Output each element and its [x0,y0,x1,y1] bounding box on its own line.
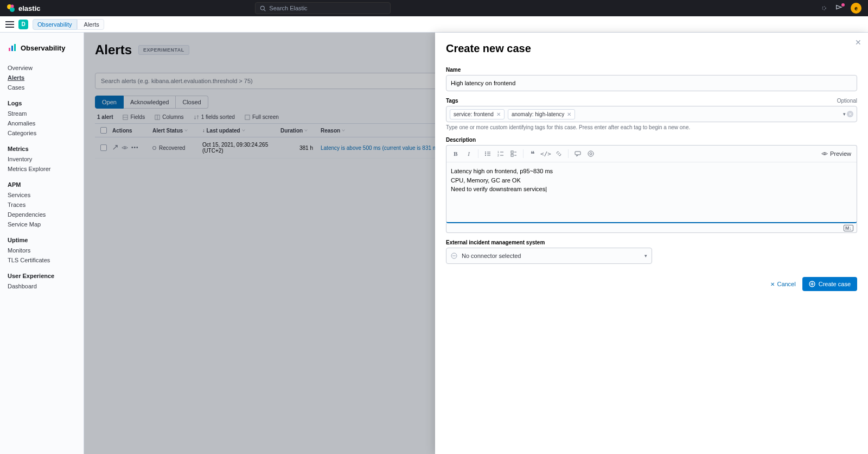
breadcrumb-observability[interactable]: Observability [33,19,77,30]
mention-button[interactable] [585,148,597,160]
description-editor: B I 12 ❝ </> Preview Latency high o [446,145,857,223]
italic-button[interactable]: I [463,148,475,160]
sidebar-item-alerts[interactable]: Alerts [0,73,84,83]
brand-logo[interactable]: elastic [7,4,40,12]
svg-point-15 [485,152,486,153]
ordered-list-button[interactable]: 12 [495,148,507,160]
svg-point-5 [822,7,826,10]
bullet-list-icon [484,150,491,157]
sidebar-item-inventory[interactable]: Inventory [0,154,84,164]
sidebar-group-uptime: Uptime [0,235,84,245]
sidebar-item-traces[interactable]: Traces [0,200,84,210]
global-search-placeholder: Search Elastic [269,5,307,11]
sidebar-item-tls-certificates[interactable]: TLS Certificates [0,255,84,265]
sidebar-item-dashboard[interactable]: Dashboard [0,281,84,291]
svg-point-31 [590,153,592,155]
svg-rect-6 [9,48,10,51]
svg-point-2 [11,5,14,8]
tags-help-text: Type one or more custom identifying tags… [446,124,857,130]
sidebar-group-ux: User Experience [0,270,84,281]
remove-tag-icon[interactable]: ✕ [496,111,501,117]
comment-icon [575,150,581,157]
sidebar-item-metrics-explorer[interactable]: Metrics Explorer [0,164,84,174]
chevron-down-icon: ▾ [644,253,647,258]
connector-label: External incident management system [446,239,857,245]
header-right: e [820,3,861,14]
sidebar-item-overview[interactable]: Overview [0,63,84,73]
svg-point-3 [261,6,265,10]
nav-toggle-button[interactable] [5,21,14,28]
mention-icon [588,150,594,157]
flyout-title: Create new case [446,42,857,55]
sidebar-item-anomalies[interactable]: Anomalies [0,118,84,128]
close-flyout-button[interactable]: ✕ [855,38,861,47]
comment-button[interactable] [572,148,584,160]
newsfeed-button[interactable] [835,4,843,12]
global-search-input[interactable]: Search Elastic [255,2,391,14]
sidebar-item-monitors[interactable]: Monitors [0,245,84,255]
sidebar-item-service-map[interactable]: Service Map [0,219,84,229]
space-selector[interactable]: D [18,20,28,29]
global-header: elastic Search Elastic e [0,0,868,16]
sidebar-title: Observability [0,40,84,60]
search-icon [260,5,266,11]
markdown-hint-bar: M↓ [446,223,857,233]
breadcrumb-bar: D Observability Alerts [0,16,868,33]
quote-button[interactable]: ❝ [527,148,539,160]
link-button[interactable] [553,148,565,160]
newsfeed-icon [835,4,843,12]
bullet-list-button[interactable] [482,148,494,160]
svg-rect-7 [11,46,13,51]
svg-line-4 [264,9,266,11]
svg-rect-29 [575,152,580,155]
svg-point-32 [824,153,825,155]
name-label: Name [446,67,857,73]
sidebar: Observability Overview Alerts Cases Logs… [0,33,84,454]
brand-text: elastic [18,4,40,12]
svg-rect-27 [511,154,513,156]
description-textarea[interactable]: Latency high on frontend, p95~830 ms CPU… [446,162,857,222]
tag-chip: service: frontend✕ [450,109,505,119]
user-avatar[interactable]: e [851,3,861,14]
svg-point-17 [485,153,486,154]
svg-rect-25 [511,151,513,153]
clear-tags-button[interactable]: ✕ [847,111,853,117]
checklist-icon [510,150,517,157]
sidebar-item-cases[interactable]: Cases [0,83,84,92]
sidebar-item-services[interactable]: Services [0,190,84,200]
preview-button[interactable]: Preview [819,150,853,157]
sidebar-item-dependencies[interactable]: Dependencies [0,210,84,219]
cloud-icon[interactable] [820,4,828,12]
connector-select[interactable]: No connector selected ▾ [446,248,652,264]
code-button[interactable]: </> [540,148,552,160]
svg-point-30 [588,151,593,156]
remove-tag-icon[interactable]: ✕ [567,111,571,117]
tags-input[interactable]: service: frontend✕ anomaly: high-latency… [446,106,857,122]
eye-icon [821,150,828,157]
markdown-icon[interactable]: M↓ [844,225,853,231]
sidebar-item-stream[interactable]: Stream [0,109,84,118]
svg-rect-8 [14,44,16,51]
sidebar-group-apm: APM [0,179,84,190]
link-icon [556,150,562,157]
svg-text:2: 2 [497,154,499,157]
tags-label: Tags [446,98,458,104]
sidebar-item-categories[interactable]: Categories [0,128,84,138]
minus-circle-icon [451,253,457,259]
breadcrumb: Observability Alerts [33,19,104,30]
editor-toolbar: B I 12 ❝ </> Preview [446,146,857,162]
sidebar-group-metrics: Metrics [0,143,84,154]
observability-icon [8,43,16,52]
plus-circle-icon [809,281,815,287]
svg-point-19 [485,155,486,156]
tag-chip: anomaly: high-latency✕ [508,109,575,119]
create-case-flyout: ✕ Create new case Name Tags Optional ser… [435,33,868,454]
cancel-button[interactable]: ✕ Cancel [770,281,795,287]
breadcrumb-alerts: Alerts [77,19,104,30]
chevron-down-icon[interactable]: ▾ [843,111,846,117]
checklist-button[interactable] [508,148,520,160]
create-case-button[interactable]: Create case [802,277,857,291]
ordered-list-icon: 12 [497,150,504,157]
bold-button[interactable]: B [450,148,462,160]
case-name-input[interactable] [446,75,857,91]
